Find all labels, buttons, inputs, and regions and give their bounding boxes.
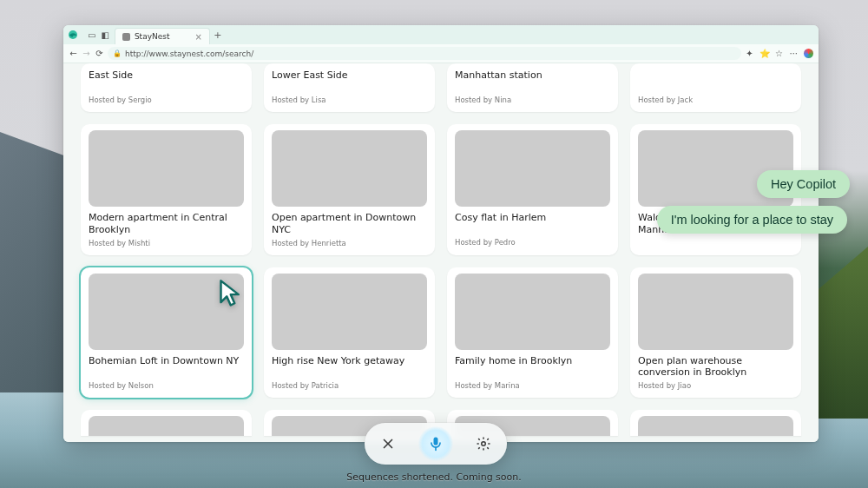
listing-title: Lower East Side: [272, 69, 427, 93]
listing-title: Open apartment in Downtown NYC: [272, 212, 427, 236]
listing-title: East Side: [89, 69, 244, 93]
collections-icon[interactable]: ☆: [774, 49, 784, 58]
listing-host: Hosted by Patricia: [272, 381, 427, 390]
listing-card[interactable]: Manhattan station Hosted by Nina: [447, 63, 618, 112]
read-aloud-icon[interactable]: ✦: [745, 49, 754, 58]
favorites-icon[interactable]: ⭐: [760, 49, 769, 58]
page-content: East Side Hosted by Sergio Lower East Si…: [63, 63, 819, 442]
listing-grid: East Side Hosted by Sergio Lower East Si…: [81, 63, 801, 436]
listing-host: Hosted by Pedro: [455, 238, 610, 247]
listing-card[interactable]: Hosted by Jack: [630, 63, 801, 112]
profile-avatar[interactable]: [804, 49, 813, 58]
listing-card[interactable]: [630, 410, 801, 436]
listing-card[interactable]: East Side Hosted by Sergio: [81, 63, 252, 112]
listing-host: Hosted by Nina: [455, 96, 610, 104]
listing-card-highlighted[interactable]: Bohemian Loft in Downtown NY Hosted by N…: [81, 267, 252, 399]
listing-title: [638, 69, 793, 93]
disclaimer-text: Sequences shortened. Coming soon.: [0, 472, 868, 483]
listing-card[interactable]: Open plan warehouse conversion in Brookl…: [630, 267, 801, 399]
copilot-bubble-text: Hey Copilot: [771, 177, 836, 191]
listing-host: Hosted by Lisa: [272, 96, 427, 104]
browser-titlebar: ▭ ◧ StayNest × +: [63, 25, 819, 44]
tab-close-icon[interactable]: ×: [195, 32, 202, 42]
listing-image: [455, 130, 610, 207]
listing-card[interactable]: [81, 410, 252, 436]
new-tab-button[interactable]: +: [210, 25, 226, 44]
listing-host: Hosted by Marina: [455, 381, 610, 390]
workspace-icon[interactable]: ▭: [88, 30, 95, 40]
listing-card[interactable]: Modern apartment in Central Brooklyn Hos…: [81, 124, 252, 255]
listing-title: Open plan warehouse conversion in Brookl…: [638, 355, 793, 379]
url-text: http://www.staynest.com/search/: [125, 49, 253, 58]
tab-title: StayNest: [135, 32, 170, 41]
listing-card[interactable]: High rise New York getaway Hosted by Pat…: [264, 267, 435, 399]
listing-title: Family home in Brooklyn: [455, 355, 610, 379]
listing-title: Bohemian Loft in Downtown NY: [89, 355, 244, 379]
listing-image: [272, 274, 427, 350]
tabs-icon[interactable]: ◧: [101, 30, 108, 40]
listing-image: [89, 130, 244, 207]
voice-mic-button[interactable]: [418, 426, 453, 461]
forward-icon[interactable]: →: [82, 49, 91, 58]
copilot-bubble-text: I'm looking for a place to stay: [671, 213, 833, 227]
svg-rect-3: [433, 438, 437, 445]
voice-settings-button[interactable]: [466, 426, 501, 461]
listing-host: Hosted by Jiao: [638, 381, 793, 390]
url-field[interactable]: 🔒 http://www.staynest.com/search/: [108, 47, 741, 60]
listing-host: Hosted by Jack: [638, 96, 793, 104]
listing-host: Hosted by Henrietta: [272, 239, 427, 247]
voice-close-button[interactable]: [371, 426, 405, 461]
browser-tab[interactable]: StayNest ×: [115, 28, 210, 44]
listing-image: [89, 274, 244, 350]
listing-host: Hosted by Nelson: [89, 381, 244, 390]
listing-card[interactable]: Lower East Side Hosted by Lisa: [264, 63, 435, 112]
browser-window: ▭ ◧ StayNest × + ← → ⟳ 🔒 http://www.stay…: [63, 25, 819, 442]
listing-image: [89, 416, 244, 436]
copilot-bubble: Hey Copilot: [757, 170, 850, 198]
back-icon[interactable]: ←: [69, 49, 78, 58]
listing-host: Hosted by Sergio: [89, 96, 244, 104]
lock-icon: 🔒: [113, 49, 122, 57]
menu-icon[interactable]: ⋯: [789, 49, 799, 58]
listing-image: [638, 416, 793, 436]
listing-title: Cosy flat in Harlem: [455, 212, 610, 235]
edge-logo-icon: [63, 25, 82, 44]
refresh-icon[interactable]: ⟳: [95, 49, 104, 58]
tab-group-icons[interactable]: ▭ ◧: [82, 25, 115, 44]
listing-title: Modern apartment in Central Brooklyn: [89, 212, 244, 236]
listing-card[interactable]: Cosy flat in Harlem Hosted by Pedro: [447, 124, 618, 255]
listing-image: [455, 274, 610, 350]
listing-card[interactable]: Open apartment in Downtown NYC Hosted by…: [264, 124, 435, 255]
listing-card[interactable]: Family home in Brooklyn Hosted by Marina: [447, 267, 618, 399]
tab-favicon: [122, 33, 130, 41]
listing-image: [272, 130, 427, 207]
listing-title: Manhattan station: [455, 69, 610, 93]
listing-image: [638, 274, 793, 350]
listing-host: Hosted by Mishti: [89, 239, 244, 247]
svg-point-5: [481, 442, 485, 446]
browser-address-bar: ← → ⟳ 🔒 http://www.staynest.com/search/ …: [63, 44, 819, 63]
voice-control-pill: [365, 423, 507, 465]
copilot-bubble: I'm looking for a place to stay: [657, 206, 847, 234]
listing-title: High rise New York getaway: [272, 355, 427, 379]
